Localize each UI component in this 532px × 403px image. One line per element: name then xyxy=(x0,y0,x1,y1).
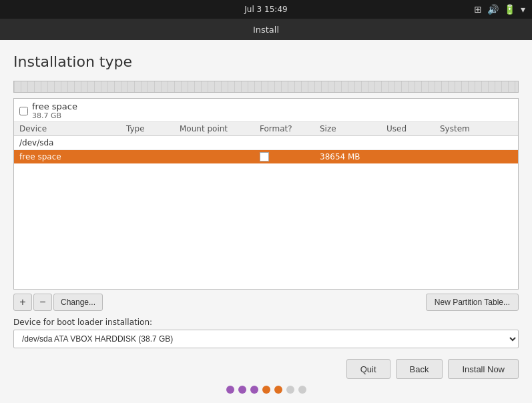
col-mount: Mount point xyxy=(180,124,260,133)
fs-row-size: 38654 MB xyxy=(320,152,386,161)
fs-row-device: free space xyxy=(19,152,126,161)
progress-dot xyxy=(274,386,282,394)
topbar-datetime: Jul 3 15:49 xyxy=(180,5,352,14)
network-icon: ⊞ xyxy=(474,4,482,15)
change-button[interactable]: Change... xyxy=(53,294,103,311)
progress-dot xyxy=(238,386,246,394)
progress-dots xyxy=(13,379,519,396)
row-device: /dev/sda xyxy=(19,138,126,147)
action-buttons: Quit Back Install Now xyxy=(13,359,519,379)
freespace-label-group: free space 38.7 GB xyxy=(32,101,77,120)
freespace-name: free space xyxy=(32,101,77,111)
freespace-table-row[interactable]: free space 38654 MB xyxy=(14,150,518,163)
table-row[interactable]: /dev/sda xyxy=(14,136,518,150)
partition-bar xyxy=(13,81,519,93)
progress-dot xyxy=(226,386,234,394)
titlebar: Install xyxy=(0,19,532,40)
bootloader-label: Device for boot loader installation: xyxy=(13,318,519,327)
progress-dot xyxy=(262,386,270,394)
col-used: Used xyxy=(386,124,440,133)
topbar-right: ⊞ 🔊 🔋 ▾ xyxy=(352,4,525,15)
freespace-checkbox[interactable] xyxy=(19,107,28,115)
col-device: Device xyxy=(19,124,126,133)
col-type: Type xyxy=(126,124,180,133)
bootloader-section: Device for boot loader installation: /de… xyxy=(13,318,519,348)
freespace-header: free space 38.7 GB xyxy=(14,99,518,122)
titlebar-text: Install xyxy=(253,25,279,35)
partition-area: free space 38.7 GB Device Type Mount poi… xyxy=(13,98,519,290)
col-size: Size xyxy=(320,124,386,133)
quit-button[interactable]: Quit xyxy=(346,359,390,379)
volume-icon: 🔊 xyxy=(487,4,499,15)
col-system: System xyxy=(440,124,513,133)
add-button[interactable]: + xyxy=(13,294,32,311)
table-header: Device Type Mount point Format? Size Use… xyxy=(14,122,518,136)
page-title: Installation type xyxy=(13,53,519,70)
back-button[interactable]: Back xyxy=(396,359,443,379)
col-format: Format? xyxy=(260,124,320,133)
fs-row-format-checkbox[interactable] xyxy=(260,152,269,161)
topbar: Jul 3 15:49 ⊞ 🔊 🔋 ▾ xyxy=(0,0,532,19)
progress-dot xyxy=(286,386,294,394)
remove-button[interactable]: − xyxy=(33,294,52,311)
bootloader-select[interactable]: /dev/sda ATA VBOX HARDDISK (38.7 GB) xyxy=(13,330,519,348)
install-now-button[interactable]: Install Now xyxy=(448,359,519,379)
toolbar: + − Change... New Partition Table... xyxy=(13,294,519,311)
progress-dot xyxy=(298,386,306,394)
progress-dot xyxy=(250,386,258,394)
dropdown-icon[interactable]: ▾ xyxy=(521,4,525,15)
new-partition-button[interactable]: New Partition Table... xyxy=(426,294,519,311)
freespace-size: 38.7 GB xyxy=(32,111,77,120)
main-content: Installation type free space 38.7 GB Dev… xyxy=(0,40,532,403)
battery-icon: 🔋 xyxy=(504,4,515,15)
